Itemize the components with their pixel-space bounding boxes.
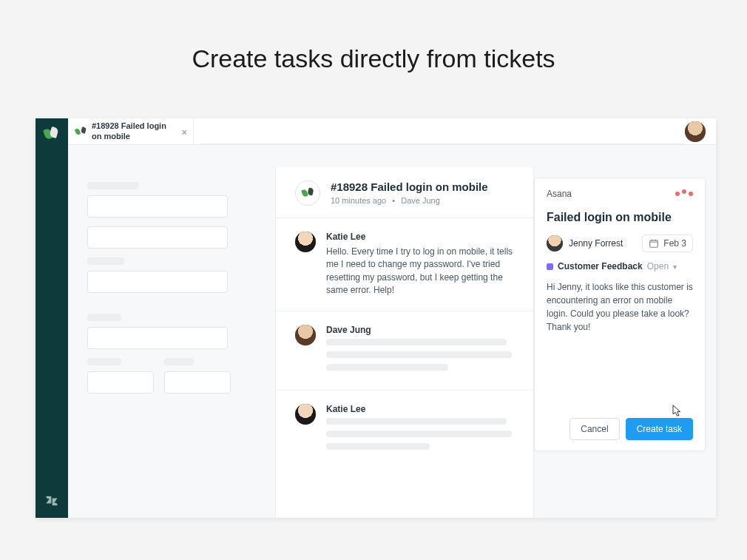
ticket-age: 10 minutes ago xyxy=(331,196,386,205)
svg-rect-0 xyxy=(650,240,658,247)
sidebar-field[interactable] xyxy=(87,195,228,217)
close-icon[interactable]: × xyxy=(181,126,187,136)
create-task-button[interactable]: Create task xyxy=(626,418,693,440)
ticket-title: #18928 Failed login on mobile xyxy=(331,181,488,193)
tabstrip-spacer xyxy=(201,118,685,144)
message-body: Hello. Every time I try to log in on mob… xyxy=(326,246,514,297)
apps-column: Asana Failed login on mobile Jenny Forre… xyxy=(534,167,716,518)
nav-rail xyxy=(36,118,68,518)
avatar xyxy=(295,232,316,252)
ticket-header: #18928 Failed login on mobile 10 minutes… xyxy=(276,181,533,218)
due-date-chip[interactable]: Feb 3 xyxy=(642,235,693,252)
ticket-tab-icon xyxy=(74,125,87,138)
message-author: Katie Lee xyxy=(326,232,514,242)
asana-brand-label: Asana xyxy=(547,189,572,199)
asana-task-title[interactable]: Failed login on mobile xyxy=(547,211,693,224)
app-window: #18928 Failed login on mobile × xyxy=(36,118,716,518)
content-columns: #18928 Failed login on mobile 10 minutes… xyxy=(68,145,716,518)
current-user-avatar[interactable] xyxy=(685,121,706,142)
avatar xyxy=(295,325,316,345)
message: Katie Lee xyxy=(276,391,533,469)
assignee-name[interactable]: Jenny Forrest xyxy=(569,238,623,249)
calendar-icon xyxy=(649,238,659,249)
sidebar-field[interactable] xyxy=(87,226,228,249)
ticket-author: Dave Jung xyxy=(401,196,440,205)
message: Katie Lee Hello. Every time I try to log… xyxy=(276,218,533,311)
main-area: #18928 Failed login on mobile × xyxy=(68,118,716,518)
sidebar-field[interactable] xyxy=(87,327,228,349)
ticket-tab[interactable]: #18928 Failed login on mobile × xyxy=(68,118,194,144)
hero-title: Create tasks directly from tickets xyxy=(0,0,747,73)
ticket-sidebar xyxy=(68,167,275,518)
ticket-tab-title: #18928 Failed login on mobile xyxy=(92,121,173,141)
product-logo-icon xyxy=(44,127,59,142)
assignee-avatar[interactable] xyxy=(547,235,563,252)
project-color-icon xyxy=(547,263,553,270)
sidebar-field[interactable] xyxy=(164,371,231,394)
sidebar-field[interactable] xyxy=(87,271,228,293)
zendesk-logo-icon xyxy=(45,494,58,507)
asana-logo-icon xyxy=(675,192,693,196)
message: Dave Jung xyxy=(276,311,533,391)
chevron-down-icon: ▾ xyxy=(673,263,677,271)
project-name: Customer Feedback xyxy=(558,261,643,271)
asana-panel: Asana Failed login on mobile Jenny Forre… xyxy=(534,178,706,451)
conversation-column: #18928 Failed login on mobile 10 minutes… xyxy=(275,167,534,518)
task-description[interactable]: Hi Jenny, it looks like this customer is… xyxy=(547,280,693,334)
tab-strip: #18928 Failed login on mobile × xyxy=(68,118,716,145)
avatar xyxy=(295,404,316,425)
message-author: Dave Jung xyxy=(326,325,514,335)
ticket-header-icon xyxy=(295,181,320,206)
project-row[interactable]: Customer Feedback Open ▾ xyxy=(547,261,693,271)
cancel-button[interactable]: Cancel xyxy=(569,418,619,440)
due-date: Feb 3 xyxy=(663,238,686,249)
ticket-meta: 10 minutes ago • Dave Jung xyxy=(331,196,488,205)
project-status[interactable]: Open xyxy=(647,261,669,271)
message-author: Katie Lee xyxy=(326,404,514,414)
sidebar-field[interactable] xyxy=(87,371,154,394)
